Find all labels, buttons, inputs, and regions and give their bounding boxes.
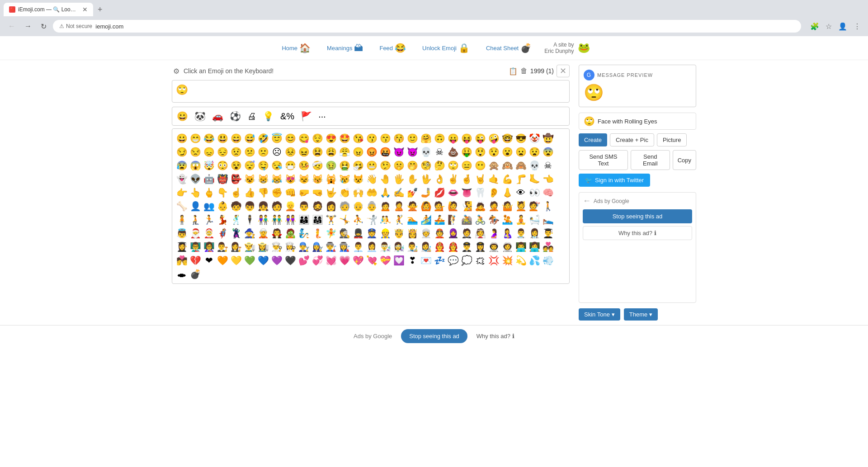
- emoji-cell[interactable]: 😋: [297, 132, 311, 145]
- emoji-cell[interactable]: 💬: [446, 254, 460, 267]
- reload-button[interactable]: ↻: [38, 20, 49, 33]
- emoji-cell[interactable]: 👨‍🌾: [243, 240, 256, 254]
- emoji-cell[interactable]: 😀: [175, 132, 189, 145]
- emoji-cell[interactable]: 💕: [297, 254, 311, 267]
- emoji-cell[interactable]: 👨‍🏭: [324, 240, 338, 254]
- emoji-cell[interactable]: 💦: [528, 254, 541, 267]
- emoji-cell[interactable]: 😳: [216, 159, 229, 172]
- emoji-cell[interactable]: 😦: [514, 145, 528, 159]
- emoji-cell[interactable]: 😰: [175, 159, 189, 172]
- emoji-cell[interactable]: 💓: [324, 254, 338, 267]
- emoji-cell[interactable]: 😷: [283, 159, 297, 172]
- nav-cheatsheet[interactable]: Cheat Sheet 💣: [482, 41, 535, 55]
- emoji-cell[interactable]: 👳: [419, 226, 433, 240]
- emoji-cell[interactable]: 👍: [243, 186, 256, 199]
- emoji-cell[interactable]: 😘: [351, 132, 365, 145]
- emoji-cell[interactable]: 👨‍🚒: [433, 240, 446, 254]
- emoji-cell[interactable]: ✍: [392, 186, 406, 199]
- emoji-cell[interactable]: 🧒: [229, 199, 243, 213]
- emoji-cell[interactable]: 👨‍💻: [514, 240, 528, 254]
- emoji-cell[interactable]: 🙍: [378, 199, 392, 213]
- emoji-cell[interactable]: 👬: [270, 213, 283, 226]
- emoji-cell[interactable]: 🖤: [283, 254, 297, 267]
- emoji-cell[interactable]: 😧: [528, 145, 541, 159]
- emoji-cell[interactable]: 🧘: [514, 213, 528, 226]
- emoji-cell[interactable]: 👩‍💻: [528, 240, 541, 254]
- emoji-cell[interactable]: 😊: [283, 132, 297, 145]
- emoji-cell[interactable]: 👭: [283, 213, 297, 226]
- emoji-cell[interactable]: 🤘: [473, 172, 487, 186]
- emoji-cell[interactable]: 🧡: [216, 254, 229, 267]
- emoji-cell[interactable]: 💤: [433, 254, 446, 267]
- emoji-cell[interactable]: 😔: [216, 145, 229, 159]
- emoji-cell[interactable]: 👩‍💼: [365, 240, 378, 254]
- emoji-cell[interactable]: 👨‍🔬: [378, 240, 392, 254]
- emoji-cell[interactable]: 💚: [243, 254, 256, 267]
- why-ad-button[interactable]: Why this ad? ℹ: [583, 226, 692, 240]
- emoji-cell[interactable]: 🤤: [256, 159, 270, 172]
- emoji-cell[interactable]: 🦵: [514, 172, 528, 186]
- cat-text[interactable]: &%: [278, 109, 297, 123]
- emoji-cell[interactable]: 🧕: [446, 226, 460, 240]
- emoji-cell[interactable]: 😕: [243, 145, 256, 159]
- emoji-cell[interactable]: 🛌: [541, 213, 555, 226]
- emoji-cell[interactable]: 🤺: [365, 213, 378, 226]
- emoji-cell[interactable]: 👩: [324, 199, 338, 213]
- emoji-cell[interactable]: 🙋: [446, 199, 460, 213]
- emoji-cell[interactable]: 💑: [541, 240, 555, 254]
- cat-flags[interactable]: 🚩: [298, 109, 315, 123]
- emoji-cell[interactable]: 🙌: [351, 186, 365, 199]
- emoji-cell[interactable]: 👩‍✈️: [473, 240, 487, 254]
- emoji-cell[interactable]: 🤗: [419, 132, 433, 145]
- close-button[interactable]: ✕: [557, 65, 570, 77]
- emoji-cell[interactable]: 🤮: [338, 159, 351, 172]
- emoji-cell[interactable]: 🙂: [406, 132, 419, 145]
- cat-more[interactable]: ···: [316, 109, 329, 123]
- emoji-cell[interactable]: 😁: [189, 132, 202, 145]
- emoji-cell[interactable]: 😎: [514, 132, 528, 145]
- emoji-cell[interactable]: 🕵: [338, 226, 351, 240]
- emoji-cell[interactable]: 🧏: [460, 199, 473, 213]
- emoji-cell[interactable]: 💛: [229, 254, 243, 267]
- emoji-cell[interactable]: 👩‍🌾: [256, 240, 270, 254]
- emoji-cell[interactable]: 😹: [270, 172, 283, 186]
- emoji-cell[interactable]: 🤒: [297, 159, 311, 172]
- emoji-cell[interactable]: 🧠: [541, 186, 555, 199]
- emoji-cell[interactable]: 😌: [311, 132, 324, 145]
- nav-feed[interactable]: Feed 😂: [376, 41, 410, 55]
- emoji-cell[interactable]: 🏇: [487, 213, 500, 226]
- emoji-cell[interactable]: 🤵: [460, 226, 473, 240]
- emoji-cell[interactable]: 💔: [189, 254, 202, 267]
- emoji-cell[interactable]: 👩‍⚖️: [229, 240, 243, 254]
- emoji-cell[interactable]: 😖: [297, 145, 311, 159]
- emoji-cell[interactable]: 🤱: [500, 226, 514, 240]
- emoji-cell[interactable]: 😞: [202, 145, 216, 159]
- emoji-cell[interactable]: 😯: [487, 145, 500, 159]
- emoji-cell[interactable]: 💟: [392, 254, 406, 267]
- emoji-cell[interactable]: 👀: [528, 186, 541, 199]
- emoji-cell[interactable]: 🤸: [338, 213, 351, 226]
- emoji-cell[interactable]: 💣: [189, 267, 202, 281]
- emoji-cell[interactable]: 🤟: [324, 186, 338, 199]
- emoji-cell[interactable]: 😽: [311, 172, 324, 186]
- back-button[interactable]: ←: [5, 20, 18, 32]
- emoji-cell[interactable]: 😸: [256, 172, 270, 186]
- emoji-cell[interactable]: 🤖: [202, 172, 216, 186]
- emoji-cell[interactable]: 👩‍🏭: [338, 240, 351, 254]
- emoji-cell[interactable]: 👋: [365, 172, 378, 186]
- address-input-bar[interactable]: ⚠ Not secure iemoji.com: [53, 20, 801, 33]
- emoji-cell[interactable]: 💨: [541, 254, 555, 267]
- cat-objects[interactable]: 🖨: [245, 109, 259, 123]
- emoji-cell[interactable]: 🧙: [243, 226, 256, 240]
- emoji-cell[interactable]: 🛀: [528, 213, 541, 226]
- emoji-cell[interactable]: 👆: [189, 186, 202, 199]
- clear-button[interactable]: 🗑: [520, 67, 528, 75]
- emoji-cell[interactable]: 🤚: [378, 172, 392, 186]
- emoji-cell[interactable]: 😵: [229, 159, 243, 172]
- emoji-cell[interactable]: 😮: [500, 145, 514, 159]
- cat-travel[interactable]: 🚗: [209, 109, 226, 123]
- emoji-cell[interactable]: ☠: [433, 145, 446, 159]
- picture-button[interactable]: Picture: [657, 133, 687, 146]
- emoji-input[interactable]: 🙄: [172, 80, 570, 103]
- forward-button[interactable]: →: [22, 20, 34, 32]
